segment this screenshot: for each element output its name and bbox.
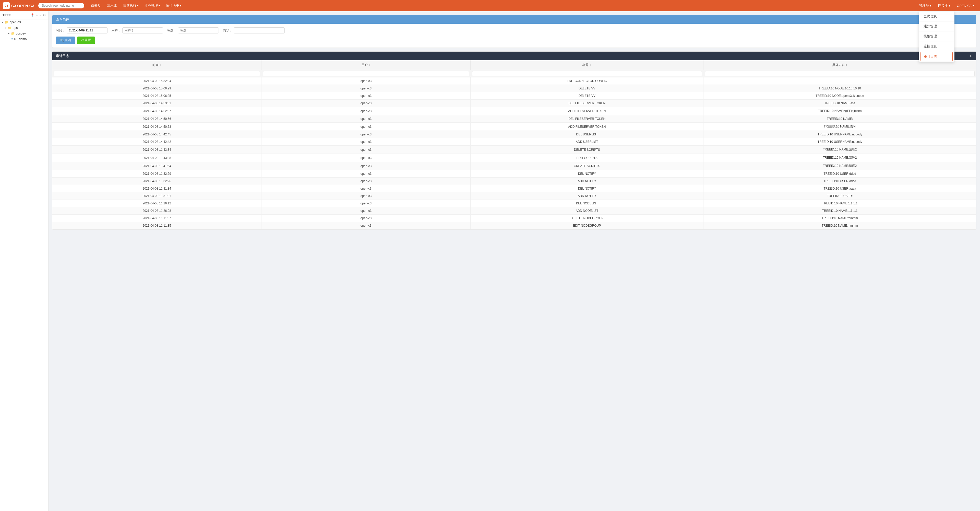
- table-row: 2021-04-08 15:06:25open-c3DELETE VVTREEI…: [52, 92, 976, 100]
- table-row: 2021-04-08 14:50:56open-c3DEL FILESERVER…: [52, 115, 976, 123]
- table-row: 2021-04-08 11:32:29open-c3DEL NOTIFYTREE…: [52, 170, 976, 177]
- tree-node-open-c3[interactable]: ▾ 📁 open-c3: [0, 19, 48, 25]
- tree-node-opsdev[interactable]: ▾ 📁 opsdev: [0, 31, 48, 36]
- top-nav-menu: 仪表盘 流水线 快速执行 ▾ 业务管理 ▾ 执行历史 ▾: [88, 2, 184, 10]
- nav-item-quick-exec[interactable]: 快速执行 ▾: [121, 2, 141, 10]
- cell-user: open-c3: [261, 200, 471, 207]
- expand-arrow-icon: ▾: [5, 27, 6, 29]
- nav-item-dashboard[interactable]: 仪表盘: [88, 2, 103, 10]
- main-layout: TREE 📍 + − ↻ ▾ 📁 open-c3 ▾ 📁 ops ▾ �: [0, 11, 980, 511]
- col-user[interactable]: 用户: [261, 60, 471, 70]
- search-input[interactable]: [38, 3, 84, 8]
- reset-button[interactable]: ↺ 重置: [77, 37, 95, 44]
- nav-admin[interactable]: 管理员 ▾: [916, 2, 934, 10]
- nav-connector[interactable]: 连接器 ▾: [935, 2, 953, 10]
- add-icon[interactable]: +: [36, 13, 38, 17]
- table-refresh-icon[interactable]: ↻: [970, 54, 973, 58]
- app-logo[interactable]: C3 C3 OPEN-C3: [3, 2, 34, 9]
- table-row: 2021-04-08 14:52:57open-c3ADD FILESERVER…: [52, 107, 976, 115]
- cell-user: open-c3: [261, 177, 471, 185]
- query-field-time: 时间：: [56, 27, 108, 34]
- cell-user: open-c3: [261, 192, 471, 200]
- filter-user[interactable]: [263, 71, 469, 76]
- cell-title: ADD USERLIST: [471, 138, 703, 145]
- cell-user: open-c3: [261, 123, 471, 131]
- nav-item-exec-history[interactable]: 执行历史 ▾: [164, 2, 184, 10]
- cell-detail: TREEID:10 NAME:mmmm: [703, 222, 976, 230]
- chevron-down-icon: ▾: [973, 4, 974, 7]
- cell-title: DEL USERLIST: [471, 131, 703, 138]
- dropdown-item-notify-mgmt[interactable]: 通知管理: [919, 21, 954, 31]
- cell-title: EDIT CONNECTOR CONFIG: [471, 77, 703, 85]
- cell-time: 2021-04-08 15:06:25: [52, 92, 261, 100]
- query-field-title: 标题：: [167, 27, 219, 34]
- table-row: 2021-04-08 11:32:26open-c3ADD NOTIFYTREE…: [52, 177, 976, 185]
- table-row: 2021-04-08 14:42:42open-c3ADD USERLISTTR…: [52, 138, 976, 145]
- cell-title: DEL NOTIFY: [471, 185, 703, 192]
- cell-user: open-c3: [261, 115, 471, 123]
- time-input[interactable]: [67, 27, 108, 34]
- cell-time: 2021-04-08 11:43:28: [52, 154, 261, 162]
- cell-user: open-c3: [261, 145, 471, 154]
- table-row: 2021-04-08 11:26:08open-c3ADD NODELISTTR…: [52, 207, 976, 215]
- cell-user: open-c3: [261, 162, 471, 170]
- cell-time: 2021-04-08 11:32:26: [52, 177, 261, 185]
- cell-time: 2021-04-08 11:11:57: [52, 215, 261, 222]
- cell-title: ADD NOTIFY: [471, 177, 703, 185]
- sidebar: TREE 📍 + − ↻ ▾ 📁 open-c3 ▾ 📁 ops ▾ �: [0, 11, 49, 511]
- cell-time: 2021-04-08 14:52:57: [52, 107, 261, 115]
- filter-time[interactable]: [54, 71, 260, 76]
- dropdown-item-audit-log[interactable]: 审计日志: [921, 52, 953, 61]
- refresh-icon[interactable]: ↻: [43, 13, 46, 17]
- cell-title: DELETE VV: [471, 92, 703, 100]
- cell-title: ADD NODELIST: [471, 207, 703, 215]
- cell-detail: TREEID:10 NODE:10.10.10.10: [703, 85, 976, 92]
- cell-user: open-c3: [261, 207, 471, 215]
- folder-icon: 📁: [11, 32, 15, 35]
- top-nav-right: 管理员 ▾ 连接器 ▾ OPEN-C3 ▾: [916, 2, 977, 10]
- cell-title: EDIT SCRIPTS: [471, 154, 703, 162]
- cell-detail: TREEID:10 USERNAME:nobody: [703, 131, 976, 138]
- cell-title: ADD FILESERVER TOKEN: [471, 123, 703, 131]
- chevron-down-icon: ▾: [180, 4, 181, 7]
- cell-detail: TREEID:10 NAME:清理2: [703, 154, 976, 162]
- cell-user: open-c3: [261, 222, 471, 230]
- chevron-down-icon: ▾: [949, 4, 950, 7]
- dropdown-item-monitor-info[interactable]: 监控信息: [919, 42, 954, 51]
- table-panel: 审计日志 ↻ 时间 用户 标题 具体内容: [52, 51, 977, 230]
- filter-detail[interactable]: [705, 71, 975, 76]
- table-row: 2021-04-08 15:06:29open-c3DELETE VVTREEI…: [52, 85, 976, 92]
- table-row: 2021-04-08 14:50:53open-c3ADD FILESERVER…: [52, 123, 976, 131]
- dropdown-item-template-mgmt[interactable]: 模板管理: [919, 32, 954, 41]
- filter-title[interactable]: [472, 71, 702, 76]
- cell-detail: TREEID:10 NODE:openc3skipnode: [703, 92, 976, 100]
- dropdown-item-global-info[interactable]: 全局信息: [919, 11, 954, 21]
- nav-item-biz-mgmt[interactable]: 业务管理 ▾: [142, 2, 162, 10]
- user-input[interactable]: [122, 27, 163, 34]
- cell-detail: TREEID:10 USER:dddd: [703, 170, 976, 177]
- cell-time: 2021-04-08 15:32:34: [52, 77, 261, 85]
- tree-node-ops[interactable]: ▾ 📁 ops: [0, 25, 48, 31]
- cell-time: 2021-04-08 11:26:12: [52, 200, 261, 207]
- pin-icon[interactable]: 📍: [30, 13, 35, 17]
- cell-time: 2021-04-08 11:32:29: [52, 170, 261, 177]
- cell-detail: TREEID:10 NAME:mmmm: [703, 215, 976, 222]
- remove-icon[interactable]: −: [39, 13, 41, 17]
- col-time[interactable]: 时间: [52, 60, 261, 70]
- content-input[interactable]: [234, 27, 285, 34]
- title-input[interactable]: [178, 27, 219, 34]
- tree: ▾ 📁 open-c3 ▾ 📁 ops ▾ 📁 opsdev ≡ c3_demo: [0, 19, 48, 42]
- query-button[interactable]: 🔍 查询: [56, 37, 75, 44]
- cell-user: open-c3: [261, 92, 471, 100]
- cell-detail: TREEID:10 USERNAME:nobody: [703, 138, 976, 145]
- col-title[interactable]: 标题: [471, 60, 703, 70]
- sidebar-icons: 📍 + − ↻: [30, 13, 46, 17]
- cell-title: DELETE SCRIPTS: [471, 145, 703, 154]
- cell-user: open-c3: [261, 154, 471, 162]
- nav-open-c3[interactable]: OPEN-C3 ▾: [954, 2, 977, 9]
- query-panel-body: 时间： 用户： 标题： 内容：: [52, 24, 976, 48]
- nav-item-pipeline[interactable]: 流水线: [105, 2, 119, 10]
- table-body: 2021-04-08 15:32:34open-c3EDIT CONNECTOR…: [52, 77, 976, 230]
- query-field-content: 内容：: [223, 27, 285, 34]
- tree-node-c3-demo[interactable]: ≡ c3_demo: [0, 36, 48, 42]
